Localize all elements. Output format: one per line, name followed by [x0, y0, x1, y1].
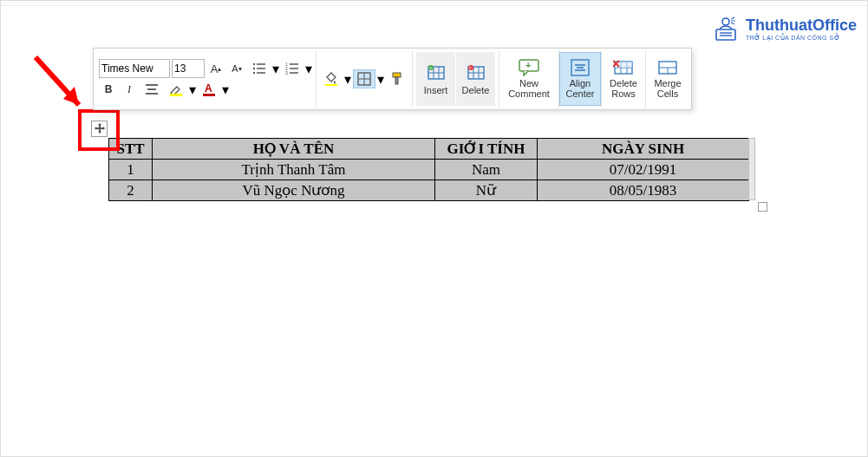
table-row[interactable]: 1 Trịnh Thanh Tâm Nam 07/02/1991	[109, 160, 749, 180]
svg-text:A: A	[205, 82, 212, 95]
bold-button[interactable]: B	[99, 80, 118, 99]
merge-cells-button[interactable]: MergeCells	[648, 52, 688, 106]
cell-dob[interactable]: 08/05/1983	[538, 180, 749, 201]
header-gender[interactable]: GIỚI TÍNH	[435, 139, 538, 160]
svg-marker-57	[63, 87, 79, 105]
align-center-icon	[571, 59, 590, 76]
highlight-dropdown[interactable]: ▾	[189, 82, 196, 97]
mini-toolbar: A▴ A▾ ▾ 123 ▾ B I ▾ A ▾	[93, 48, 692, 110]
delete-rows-l2: Rows	[611, 88, 636, 99]
merge-group: MergeCells	[646, 50, 689, 108]
svg-text:+: +	[429, 65, 432, 70]
shading-group: ▾ ▾	[317, 50, 413, 108]
header-name[interactable]: HỌ VÀ TÊN	[153, 139, 435, 160]
format-painter-button[interactable]	[386, 69, 408, 88]
borders-button[interactable]	[353, 69, 375, 88]
svg-rect-26	[393, 73, 401, 77]
shading-dropdown[interactable]: ▾	[344, 71, 351, 87]
cell-name[interactable]: Vũ Ngọc Nương	[153, 180, 435, 201]
svg-rect-19	[170, 94, 182, 96]
merge-cells-l1: Merge	[654, 78, 681, 88]
svg-rect-0	[716, 29, 735, 40]
align-center-l2: Center	[565, 88, 594, 99]
bullets-dropdown[interactable]: ▾	[272, 61, 279, 76]
svg-point-6	[253, 68, 255, 69]
watermark-title: ThuthuatOffice	[746, 16, 857, 34]
font-group: A▴ A▾ ▾ 123 ▾ B I ▾ A ▾	[95, 50, 317, 108]
insert-table-icon: +	[427, 63, 446, 82]
svg-point-3	[722, 18, 729, 25]
svg-rect-22	[325, 84, 337, 86]
font-color-button[interactable]: A	[198, 80, 220, 99]
delete-table-icon: ×	[467, 63, 486, 82]
highlight-button[interactable]	[165, 80, 187, 99]
svg-text:+: +	[525, 60, 531, 70]
table-selection-edge	[748, 138, 755, 200]
comment-icon: +	[519, 59, 539, 76]
watermark-icon	[711, 14, 741, 43]
borders-dropdown[interactable]: ▾	[377, 71, 384, 87]
comment-group: + NewComment	[499, 50, 559, 108]
delete-label: Delete	[462, 85, 490, 95]
new-comment-button[interactable]: + NewComment	[503, 52, 555, 106]
align-group: AlignCenter	[559, 50, 602, 108]
svg-rect-27	[395, 77, 398, 84]
cell-dob[interactable]: 07/02/1991	[538, 160, 749, 180]
delete-button[interactable]: × Delete	[456, 52, 495, 106]
italic-button[interactable]: I	[120, 80, 139, 99]
delete-rows-group: DeleteRows	[602, 50, 646, 108]
delete-rows-button[interactable]: DeleteRows	[604, 52, 643, 106]
watermark-sub: TRỞ LẠI CỦA DÂN CÔNG SỞ	[746, 35, 857, 42]
font-family-select[interactable]	[99, 59, 170, 78]
header-dob[interactable]: NGÀY SINH	[538, 139, 749, 160]
align-center-l1: Align	[570, 78, 591, 88]
shrink-font-button[interactable]: A▾	[227, 59, 246, 78]
merge-cells-l2: Cells	[657, 88, 678, 99]
table-move-handle[interactable]	[91, 121, 108, 137]
svg-point-4	[253, 63, 255, 65]
cell-gender[interactable]: Nữ	[435, 180, 538, 201]
cell-name[interactable]: Trịnh Thanh Tâm	[153, 160, 435, 180]
new-comment-l2: Comment	[508, 88, 550, 99]
table-resize-handle[interactable]	[758, 202, 767, 212]
table-header-row[interactable]: STT HỌ VÀ TÊN GIỚI TÍNH NGÀY SINH	[109, 139, 749, 160]
document-table[interactable]: STT HỌ VÀ TÊN GIỚI TÍNH NGÀY SINH 1 Trịn…	[108, 138, 749, 201]
site-watermark: ThuthuatOffice TRỞ LẠI CỦA DÂN CÔNG SỞ	[711, 14, 857, 43]
cell-stt[interactable]: 1	[109, 160, 153, 180]
delete-rows-l1: Delete	[610, 78, 637, 88]
grow-font-button[interactable]: A▴	[206, 59, 225, 78]
svg-text:×: ×	[469, 65, 472, 70]
svg-rect-21	[203, 94, 215, 96]
delete-rows-icon	[613, 59, 634, 76]
numbering-dropdown[interactable]: ▾	[305, 61, 312, 76]
header-stt[interactable]: STT	[109, 139, 153, 160]
cell-stt[interactable]: 2	[109, 180, 153, 201]
ruler	[1, 1, 867, 6]
cell-gender[interactable]: Nam	[435, 160, 538, 180]
move-icon	[94, 123, 106, 135]
svg-point-8	[253, 72, 255, 74]
font-size-select[interactable]	[172, 59, 205, 78]
insert-delete-group: + Insert × Delete	[413, 50, 499, 108]
svg-text:3: 3	[285, 70, 288, 75]
insert-label: Insert	[424, 85, 448, 95]
bullets-button[interactable]	[248, 59, 271, 78]
merge-cells-icon	[657, 59, 678, 76]
new-comment-l1: New	[519, 78, 538, 88]
table-row[interactable]: 2 Vũ Ngọc Nương Nữ 08/05/1983	[109, 180, 749, 201]
align-center-button[interactable]: AlignCenter	[559, 52, 601, 106]
svg-line-56	[36, 57, 79, 105]
font-color-dropdown[interactable]: ▾	[222, 82, 229, 97]
numbering-button[interactable]: 123	[281, 59, 303, 78]
align-button[interactable]	[140, 80, 163, 99]
insert-button[interactable]: + Insert	[416, 52, 455, 106]
shading-button[interactable]	[320, 69, 343, 88]
